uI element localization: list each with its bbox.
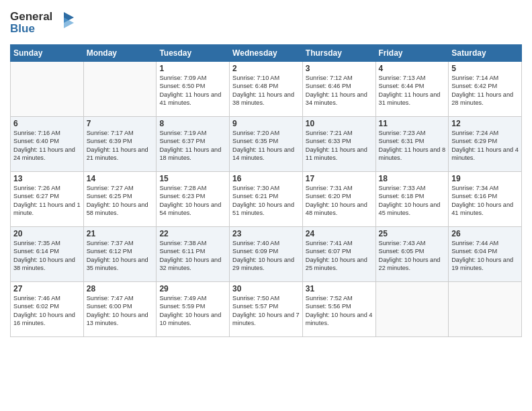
day-info: Sunrise: 7:10 AM Sunset: 6:48 PM Dayligh…: [232, 74, 300, 107]
calendar-cell: [449, 282, 522, 337]
calendar-cell: 21Sunrise: 7:37 AM Sunset: 6:12 PM Dayli…: [83, 227, 157, 282]
weekday-header-thursday: Thursday: [302, 45, 375, 62]
day-number: 20: [13, 229, 81, 238]
calendar-cell: [83, 62, 157, 117]
day-number: 16: [232, 174, 300, 183]
day-info: Sunrise: 7:38 AM Sunset: 6:11 PM Dayligh…: [159, 239, 226, 273]
day-info: Sunrise: 7:34 AM Sunset: 6:16 PM Dayligh…: [451, 184, 519, 218]
day-number: 8: [159, 119, 226, 128]
day-info: Sunrise: 7:21 AM Sunset: 6:33 PM Dayligh…: [306, 129, 373, 163]
day-info: Sunrise: 7:50 AM Sunset: 5:57 PM Dayligh…: [232, 294, 300, 328]
week-row-5: 27Sunrise: 7:46 AM Sunset: 6:02 PM Dayli…: [11, 282, 522, 337]
calendar: SundayMondayTuesdayWednesdayThursdayFrid…: [10, 44, 522, 337]
day-info: Sunrise: 7:41 AM Sunset: 6:07 PM Dayligh…: [306, 239, 373, 273]
day-number: 6: [13, 119, 81, 128]
day-number: 18: [379, 174, 446, 183]
week-row-3: 13Sunrise: 7:26 AM Sunset: 6:27 PM Dayli…: [11, 172, 522, 227]
day-info: Sunrise: 7:26 AM Sunset: 6:27 PM Dayligh…: [13, 184, 81, 218]
svg-text:Blue: Blue: [10, 22, 35, 35]
calendar-cell: 31Sunrise: 7:52 AM Sunset: 5:56 PM Dayli…: [302, 282, 375, 337]
day-number: 1: [159, 64, 226, 73]
svg-text:General: General: [10, 10, 52, 23]
calendar-cell: 3Sunrise: 7:12 AM Sunset: 6:46 PM Daylig…: [302, 62, 375, 117]
day-number: 26: [451, 229, 519, 238]
calendar-cell: 5Sunrise: 7:14 AM Sunset: 6:42 PM Daylig…: [449, 62, 522, 117]
calendar-cell: 24Sunrise: 7:41 AM Sunset: 6:07 PM Dayli…: [302, 227, 375, 282]
calendar-cell: 9Sunrise: 7:20 AM Sunset: 6:35 PM Daylig…: [230, 117, 303, 172]
calendar-cell: 20Sunrise: 7:35 AM Sunset: 6:14 PM Dayli…: [11, 227, 84, 282]
calendar-cell: 7Sunrise: 7:17 AM Sunset: 6:39 PM Daylig…: [83, 117, 157, 172]
day-info: Sunrise: 7:19 AM Sunset: 6:37 PM Dayligh…: [159, 129, 226, 163]
day-info: Sunrise: 7:28 AM Sunset: 6:23 PM Dayligh…: [159, 184, 226, 218]
day-number: 19: [451, 174, 519, 183]
calendar-cell: 30Sunrise: 7:50 AM Sunset: 5:57 PM Dayli…: [230, 282, 303, 337]
day-info: Sunrise: 7:12 AM Sunset: 6:46 PM Dayligh…: [306, 74, 373, 107]
calendar-cell: 28Sunrise: 7:47 AM Sunset: 6:00 PM Dayli…: [83, 282, 157, 337]
calendar-cell: 8Sunrise: 7:19 AM Sunset: 6:37 PM Daylig…: [157, 117, 230, 172]
calendar-cell: [375, 282, 449, 337]
day-number: 23: [232, 229, 300, 238]
day-info: Sunrise: 7:46 AM Sunset: 6:02 PM Dayligh…: [13, 294, 81, 328]
day-number: 12: [451, 119, 519, 128]
calendar-cell: 22Sunrise: 7:38 AM Sunset: 6:11 PM Dayli…: [157, 227, 230, 282]
day-number: 10: [306, 119, 373, 128]
day-info: Sunrise: 7:09 AM Sunset: 6:50 PM Dayligh…: [159, 74, 226, 107]
day-number: 15: [159, 174, 226, 183]
calendar-cell: 6Sunrise: 7:16 AM Sunset: 6:40 PM Daylig…: [11, 117, 84, 172]
day-info: Sunrise: 7:33 AM Sunset: 6:18 PM Dayligh…: [379, 184, 446, 218]
day-number: 5: [451, 64, 519, 73]
day-number: 28: [87, 284, 154, 293]
day-info: Sunrise: 7:14 AM Sunset: 6:42 PM Dayligh…: [451, 74, 519, 107]
calendar-cell: 17Sunrise: 7:31 AM Sunset: 6:20 PM Dayli…: [302, 172, 375, 227]
day-number: 4: [379, 64, 446, 73]
day-info: Sunrise: 7:44 AM Sunset: 6:04 PM Dayligh…: [451, 239, 519, 273]
day-number: 22: [159, 229, 226, 238]
day-number: 17: [306, 174, 373, 183]
week-row-2: 6Sunrise: 7:16 AM Sunset: 6:40 PM Daylig…: [11, 117, 522, 172]
day-number: 31: [306, 284, 373, 293]
day-info: Sunrise: 7:13 AM Sunset: 6:44 PM Dayligh…: [379, 74, 446, 107]
day-info: Sunrise: 7:31 AM Sunset: 6:20 PM Dayligh…: [306, 184, 373, 218]
day-info: Sunrise: 7:49 AM Sunset: 5:59 PM Dayligh…: [159, 294, 226, 328]
calendar-cell: 12Sunrise: 7:24 AM Sunset: 6:29 PM Dayli…: [449, 117, 522, 172]
header: General Blue: [10, 7, 522, 39]
weekday-header-tuesday: Tuesday: [157, 45, 230, 62]
weekday-header-monday: Monday: [83, 45, 157, 62]
week-row-1: 1Sunrise: 7:09 AM Sunset: 6:50 PM Daylig…: [11, 62, 522, 117]
weekday-header-saturday: Saturday: [449, 45, 522, 62]
calendar-cell: 13Sunrise: 7:26 AM Sunset: 6:27 PM Dayli…: [11, 172, 84, 227]
day-info: Sunrise: 7:40 AM Sunset: 6:09 PM Dayligh…: [232, 239, 300, 273]
calendar-cell: 2Sunrise: 7:10 AM Sunset: 6:48 PM Daylig…: [230, 62, 303, 117]
day-number: 9: [232, 119, 300, 128]
day-number: 25: [379, 229, 446, 238]
calendar-cell: 14Sunrise: 7:27 AM Sunset: 6:25 PM Dayli…: [83, 172, 157, 227]
day-number: 29: [159, 284, 226, 293]
day-number: 27: [13, 284, 81, 293]
day-number: 14: [87, 174, 154, 183]
day-info: Sunrise: 7:47 AM Sunset: 6:00 PM Dayligh…: [87, 294, 154, 328]
day-number: 11: [379, 119, 446, 128]
day-info: Sunrise: 7:30 AM Sunset: 6:21 PM Dayligh…: [232, 184, 300, 218]
day-number: 2: [232, 64, 300, 73]
day-info: Sunrise: 7:23 AM Sunset: 6:31 PM Dayligh…: [379, 129, 446, 163]
calendar-cell: 19Sunrise: 7:34 AM Sunset: 6:16 PM Dayli…: [449, 172, 522, 227]
day-info: Sunrise: 7:20 AM Sunset: 6:35 PM Dayligh…: [232, 129, 300, 163]
day-info: Sunrise: 7:37 AM Sunset: 6:12 PM Dayligh…: [87, 239, 154, 273]
day-info: Sunrise: 7:35 AM Sunset: 6:14 PM Dayligh…: [13, 239, 81, 273]
calendar-cell: 1Sunrise: 7:09 AM Sunset: 6:50 PM Daylig…: [157, 62, 230, 117]
weekday-header-wednesday: Wednesday: [230, 45, 303, 62]
calendar-cell: 18Sunrise: 7:33 AM Sunset: 6:18 PM Dayli…: [375, 172, 449, 227]
weekday-header-friday: Friday: [375, 45, 449, 62]
calendar-cell: 4Sunrise: 7:13 AM Sunset: 6:44 PM Daylig…: [375, 62, 449, 117]
day-info: Sunrise: 7:16 AM Sunset: 6:40 PM Dayligh…: [13, 129, 81, 163]
day-number: 3: [306, 64, 373, 73]
day-info: Sunrise: 7:24 AM Sunset: 6:29 PM Dayligh…: [451, 129, 519, 163]
day-number: 13: [13, 174, 81, 183]
calendar-cell: 11Sunrise: 7:23 AM Sunset: 6:31 PM Dayli…: [375, 117, 449, 172]
page: General Blue SundayMondayTuesdayWednesda…: [0, 0, 532, 411]
logo: General Blue: [10, 7, 84, 39]
day-info: Sunrise: 7:27 AM Sunset: 6:25 PM Dayligh…: [87, 184, 154, 218]
calendar-cell: 29Sunrise: 7:49 AM Sunset: 5:59 PM Dayli…: [157, 282, 230, 337]
weekday-header-sunday: Sunday: [11, 45, 84, 62]
day-info: Sunrise: 7:43 AM Sunset: 6:05 PM Dayligh…: [379, 239, 446, 273]
